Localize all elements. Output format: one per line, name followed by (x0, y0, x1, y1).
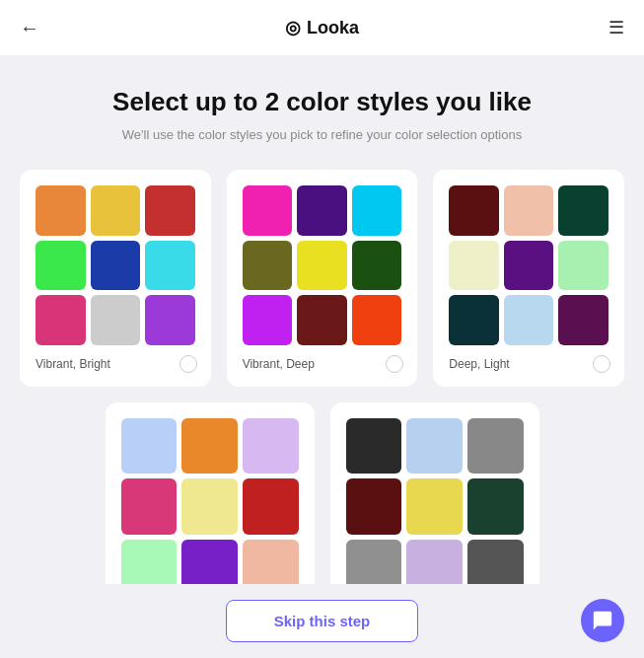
swatch-4 (406, 478, 463, 535)
swatch-6 (243, 295, 293, 345)
logo-text: Looka (307, 18, 359, 38)
swatch-4 (91, 241, 141, 291)
swatch-3 (346, 478, 402, 535)
swatch-3 (449, 241, 499, 291)
app-header: ← ◎ Looka ☰ (0, 0, 644, 55)
swatch-0 (243, 185, 293, 236)
swatch-2 (352, 185, 402, 236)
swatch-3 (121, 478, 178, 535)
swatch-grid (243, 185, 402, 345)
card-check (386, 355, 403, 373)
swatch-7 (91, 295, 141, 345)
card-label: Vibrant, Bright (36, 357, 195, 371)
swatch-2 (558, 185, 608, 236)
swatch-4 (504, 241, 554, 291)
swatch-2 (243, 418, 299, 475)
swatch-4 (181, 478, 238, 535)
swatch-3 (243, 241, 293, 291)
swatch-8 (145, 295, 195, 345)
swatch-8 (352, 295, 402, 345)
swatch-6 (36, 295, 86, 345)
menu-icon[interactable]: ☰ (608, 17, 624, 38)
swatch-8 (558, 295, 608, 345)
swatch-2 (145, 185, 195, 236)
card-check (593, 355, 610, 373)
skip-button[interactable]: Skip this step (226, 600, 419, 642)
swatch-6 (449, 295, 499, 345)
card-label: Deep, Light (449, 357, 608, 371)
logo: ◎ Looka (285, 17, 359, 38)
swatch-7 (504, 295, 554, 345)
swatch-0 (121, 418, 178, 475)
page-subtitle: We'll use the color styles you pick to r… (20, 127, 624, 142)
card-vibrant-deep[interactable]: Vibrant, Deep (227, 170, 418, 387)
swatch-1 (297, 185, 347, 236)
swatch-2 (467, 418, 524, 475)
page-title: Select up to 2 color styles you like (20, 87, 624, 117)
swatch-0 (449, 185, 499, 236)
back-icon[interactable]: ← (20, 17, 39, 39)
swatch-grid (449, 185, 608, 345)
footer: Skip this step (0, 584, 644, 658)
swatch-5 (352, 241, 402, 291)
top-cards-grid: Vibrant, BrightVibrant, DeepDeep, Light (20, 170, 624, 387)
card-deep-light[interactable]: Deep, Light (433, 170, 624, 387)
swatch-7 (297, 295, 347, 345)
swatch-3 (36, 241, 86, 291)
swatch-0 (36, 185, 86, 236)
swatch-4 (297, 241, 347, 291)
swatch-grid (346, 418, 524, 596)
chat-button[interactable] (581, 599, 624, 642)
swatch-1 (181, 418, 238, 475)
swatch-5 (558, 241, 608, 291)
swatch-5 (467, 478, 524, 535)
logo-icon: ◎ (285, 17, 301, 38)
swatch-5 (145, 241, 195, 291)
card-check (179, 355, 197, 373)
swatch-0 (346, 418, 402, 475)
swatch-5 (243, 478, 299, 535)
swatch-1 (91, 185, 141, 236)
swatch-grid (121, 418, 299, 596)
card-label: Vibrant, Deep (243, 357, 402, 371)
main-content: Select up to 2 color styles you like We'… (0, 55, 644, 658)
card-vibrant-bright[interactable]: Vibrant, Bright (20, 170, 211, 387)
swatch-1 (406, 418, 463, 475)
swatch-grid (36, 185, 195, 345)
swatch-1 (504, 185, 554, 236)
